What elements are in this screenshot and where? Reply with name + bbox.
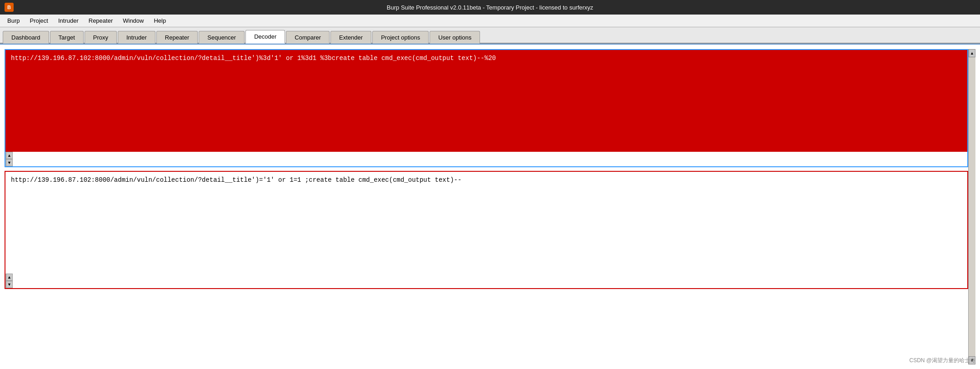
tab-extender[interactable]: Extender [330,31,371,44]
decoded-scroll-down-btn[interactable]: ▼ [6,281,13,288]
encoded-scrollbar: ▲ ▼ [5,152,13,166]
title-bar: B Burp Suite Professional v2.0.11beta - … [0,0,980,15]
window-title: Burp Suite Professional v2.0.11beta - Te… [387,4,593,11]
decoded-url: http://139.196.87.102:8000/admin/vuln/co… [11,176,461,184]
tab-user-options[interactable]: User options [430,31,480,44]
scroll-up-btn[interactable]: ▲ [6,152,13,159]
tab-intruder[interactable]: Intruder [118,31,155,44]
decoded-content: http://139.196.87.102:8000/admin/vuln/co… [5,172,967,226]
menu-project[interactable]: Project [25,16,52,25]
global-scrollbar: ▲ ▼ [968,49,975,364]
tab-proxy[interactable]: Proxy [85,31,117,44]
encoded-url: http://139.196.87.102:8000/admin/vuln/co… [11,55,496,62]
tab-dashboard[interactable]: Dashboard [3,31,49,44]
decoded-panel: http://139.196.87.102:8000/admin/vuln/co… [5,171,968,289]
menu-bar: Burp Project Intruder Repeater Window He… [0,15,980,27]
menu-intruder[interactable]: Intruder [54,16,83,25]
decoded-scrollbar: ▲ ▼ [5,274,13,288]
encoded-content: http://139.196.87.102:8000/admin/vuln/co… [5,50,967,152]
decoded-empty-space [5,226,967,274]
tab-comparer[interactable]: Comparer [286,31,330,44]
menu-window[interactable]: Window [118,16,148,25]
panels-container: http://139.196.87.102:8000/admin/vuln/co… [5,49,968,364]
menu-repeater[interactable]: Repeater [84,16,117,25]
encoded-panel: http://139.196.87.102:8000/admin/vuln/co… [5,49,968,167]
tab-decoder[interactable]: Decoder [245,30,285,44]
scroll-down-btn[interactable]: ▼ [6,159,13,166]
global-scroll-up[interactable]: ▲ [969,49,975,57]
global-scroll-track [969,57,975,356]
app-icon: B [5,3,14,12]
tab-sequencer[interactable]: Sequencer [199,31,245,44]
tab-project-options[interactable]: Project options [372,31,429,44]
menu-help[interactable]: Help [149,16,170,25]
tab-target[interactable]: Target [50,31,84,44]
decoded-scroll-up-btn[interactable]: ▲ [6,274,13,281]
tab-bar: Dashboard Target Proxy Intruder Repeater… [0,27,980,44]
main-content: http://139.196.87.102:8000/admin/vuln/co… [0,44,980,369]
menu-burp[interactable]: Burp [3,16,24,25]
watermark: CSDN @渴望力量的哈士奇 [909,357,975,364]
tab-repeater[interactable]: Repeater [156,31,198,44]
